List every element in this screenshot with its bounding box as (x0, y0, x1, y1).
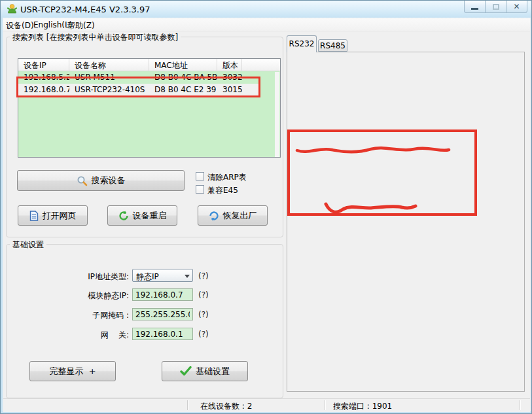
ip-type-select[interactable]: 静态IP (132, 269, 193, 282)
open-webpage-button[interactable]: 打开网页 (18, 205, 88, 226)
column-header-name[interactable]: 设备名称 (69, 59, 149, 71)
menu-english[interactable]: English(L) (33, 20, 72, 29)
gateway-label: 网 关: (27, 330, 129, 341)
maximize-icon (493, 4, 499, 10)
app-icon (7, 3, 18, 14)
restart-device-button[interactable]: 设备重启 (107, 205, 177, 226)
table-row-selected[interactable]: 192.168.0.7 USR-TCP232-410S D8 B0 4C E2 … (18, 84, 260, 96)
menu-device[interactable]: 设备(D) (6, 20, 34, 31)
cell-ip: 192.168.0.7 (18, 84, 69, 96)
restart-device-label: 设备重启 (133, 210, 167, 222)
factory-reset-icon (209, 211, 219, 221)
title-bar[interactable]: USR-TCP232-M4,E45 V2.3.3.97 ✕ (1, 1, 531, 18)
subnet-label: 子网掩码 : (27, 310, 129, 321)
gateway-help[interactable]: (?) (198, 330, 209, 339)
tab-rs485[interactable]: RS485 (318, 39, 347, 52)
cell-mac: D8 B0 4C E2 39 E3 (149, 84, 217, 96)
cell-version: 3032 (217, 71, 242, 84)
column-header-version[interactable]: 版本 (217, 59, 242, 71)
search-icon (77, 175, 88, 186)
column-header-mac[interactable]: MAC地址 (149, 59, 217, 71)
maximize-button[interactable] (485, 1, 506, 13)
ip-type-label: IP地址类型: (27, 271, 129, 283)
static-ip-label: 模块静态IP: (27, 290, 129, 302)
minimize-icon (471, 8, 478, 10)
clear-arp-label: 清除ARP表 (207, 172, 247, 183)
window-title: USR-TCP232-M4,E45 V2.3.3.97 (20, 5, 151, 14)
subnet-help[interactable]: (?) (198, 310, 209, 319)
factory-reset-button[interactable]: 恢复出厂 (198, 205, 268, 226)
cell-name: USR-TCP232-410S (69, 84, 149, 96)
status-divider (187, 400, 188, 410)
status-online-count: 在线设备数 : 2 (200, 401, 252, 412)
device-list: 设备IP 设备名称 MAC地址 版本 192.168.5.21 USR-M511… (18, 58, 281, 158)
factory-reset-label: 恢复出厂 (223, 210, 257, 222)
cell-name: USR-M511 (69, 71, 149, 84)
check-icon (180, 366, 192, 376)
status-search-port: 搜索端口 : 1901 (333, 401, 392, 412)
open-webpage-label: 打开网页 (43, 210, 77, 222)
port-settings-panel (287, 52, 525, 392)
basic-settings-apply-button[interactable]: 基础设置 (162, 361, 248, 381)
list-scrollbar[interactable] (275, 72, 279, 157)
close-button[interactable]: ✕ (506, 1, 527, 13)
close-icon: ✕ (513, 3, 520, 10)
menu-help[interactable]: 帮助(Z) (67, 20, 95, 31)
search-device-button[interactable]: 搜索设备 (17, 170, 185, 191)
window-controls: ✕ (464, 1, 527, 13)
subnet-field[interactable] (132, 308, 193, 320)
column-header-filler (242, 59, 280, 71)
cell-mac: D8 B0 4C BA 5B C6 (149, 71, 217, 84)
basic-settings-apply-label: 基础设置 (196, 366, 230, 377)
cell-version: 3015 (217, 84, 242, 96)
e45-compat-checkbox[interactable] (196, 185, 204, 194)
status-bar (3, 398, 530, 412)
static-ip-field[interactable] (132, 288, 193, 301)
e45-compat-label: 兼容E45 (207, 185, 238, 196)
search-device-label: 搜索设备 (92, 175, 126, 186)
ip-type-help[interactable]: (?) (198, 271, 209, 281)
clear-arp-checkbox[interactable] (196, 172, 204, 181)
gateway-field[interactable] (132, 328, 193, 340)
static-ip-help[interactable]: (?) (198, 290, 209, 300)
status-divider (325, 400, 326, 410)
column-header-ip[interactable]: 设备IP (18, 59, 69, 71)
table-row[interactable]: 192.168.5.21 USR-M511 D8 B0 4C BA 5B C6 … (18, 71, 280, 84)
restart-icon (118, 211, 129, 221)
app-window: USR-TCP232-M4,E45 V2.3.3.97 ✕ 设备(D) Engl… (0, 0, 532, 414)
cell-ip: 192.168.5.21 (18, 71, 69, 84)
minimize-button[interactable] (464, 1, 486, 13)
full-display-button[interactable]: 完整显示 + (29, 361, 116, 381)
tab-rs232[interactable]: RS232 (287, 35, 317, 52)
device-list-header: 设备IP 设备名称 MAC地址 版本 (18, 59, 280, 71)
full-display-label: 完整显示 + (49, 366, 96, 377)
search-list-group-title: 搜索列表 [在搜索列表中单击设备即可读取参数] (10, 32, 181, 43)
status-divider (520, 400, 521, 410)
basic-settings-group-title: 基础设置 (10, 239, 46, 250)
webpage-icon (29, 211, 39, 221)
